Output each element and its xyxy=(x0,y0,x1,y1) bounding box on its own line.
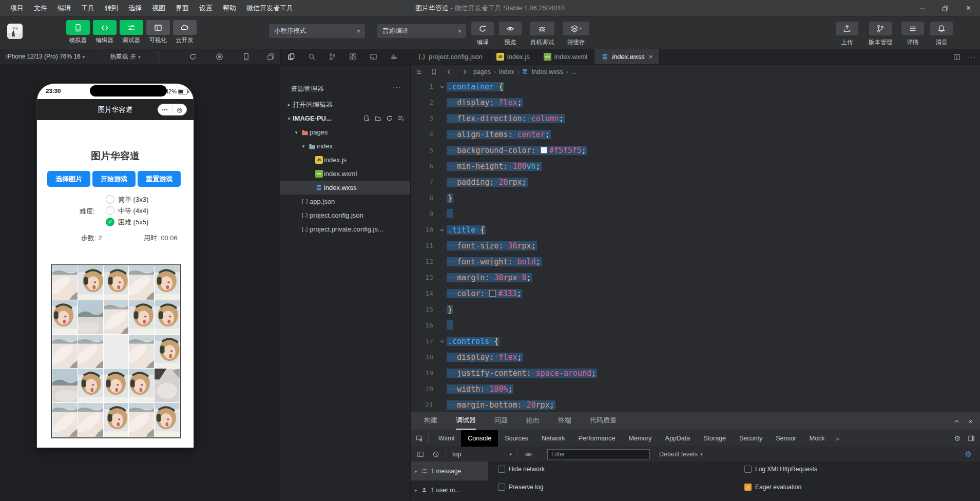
devtools-tab-Performance[interactable]: Performance xyxy=(572,430,622,447)
show-sidebar-icon[interactable] xyxy=(413,451,428,458)
tab-overflow-icon[interactable]: » xyxy=(832,435,843,442)
devtools-tab-Sources[interactable]: Sources xyxy=(498,430,535,447)
option-Eager evaluation[interactable]: ✓Eager evaluation xyxy=(744,484,801,491)
puzzle-tile[interactable] xyxy=(104,300,129,334)
puzzle-tile[interactable] xyxy=(104,369,129,402)
puzzle-tile[interactable] xyxy=(78,300,103,334)
bookmark-icon[interactable] xyxy=(426,68,441,75)
breadcrumb-item[interactable]: index.wxss xyxy=(531,68,564,75)
device-select[interactable]: iPhone 12/13 (Pro) 76% 16▾ xyxy=(6,49,85,64)
真机调试-button[interactable] xyxy=(530,22,554,35)
console-filter-1 user m...[interactable]: ▸1 user m... xyxy=(411,480,488,499)
device-view-icon[interactable] xyxy=(238,49,254,64)
sim-button-重置游戏[interactable]: 重置游戏 xyxy=(138,171,181,187)
source-control-icon[interactable] xyxy=(322,49,342,64)
puzzle-tile[interactable] xyxy=(155,300,180,334)
color-swatch[interactable] xyxy=(489,290,496,297)
puzzle-tile[interactable] xyxy=(78,369,103,402)
puzzle-tile[interactable] xyxy=(52,300,78,334)
tree-item-index.wxss[interactable]: index.wxss xyxy=(280,181,410,195)
inspect-element-icon[interactable] xyxy=(411,435,428,442)
tab-index.wxss[interactable]: index.wxss× xyxy=(594,49,660,64)
close-capsule-icon[interactable]: ◎ xyxy=(172,106,186,113)
tree-item-index[interactable]: ▾index xyxy=(280,139,410,153)
预览-button[interactable] xyxy=(499,22,522,35)
devtools-tab-Storage[interactable]: Storage xyxy=(697,430,733,447)
detach-window-icon[interactable] xyxy=(263,49,278,64)
avatar[interactable] xyxy=(7,24,23,39)
tab-index.wxml[interactable]: <>index.wxml xyxy=(537,49,594,64)
puzzle-tile[interactable] xyxy=(78,266,103,300)
puzzle-tile[interactable] xyxy=(155,266,180,300)
menu-视图[interactable]: 视图 xyxy=(147,0,170,16)
refresh-explorer-icon[interactable] xyxy=(386,115,393,122)
devtools-tab-Sensor[interactable]: Sensor xyxy=(769,430,803,447)
tree-item-app.json[interactable]: {..}app.json xyxy=(280,195,410,208)
panel-collapse-icon[interactable] xyxy=(953,418,960,425)
编译-button[interactable] xyxy=(471,22,494,35)
mode-button-云开发[interactable]: 云开发 xyxy=(172,20,197,44)
console-settings-icon[interactable]: ⚙ xyxy=(965,450,972,459)
live-expression-icon[interactable] xyxy=(521,451,536,458)
forward-icon[interactable] xyxy=(457,68,472,75)
devtools-tab-Memory[interactable]: Memory xyxy=(622,430,658,447)
menu-帮助[interactable]: 帮助 xyxy=(218,0,241,16)
close-button[interactable]: × xyxy=(957,0,980,16)
tab-index.js[interactable]: JSindex.js xyxy=(490,49,537,64)
puzzle-tile[interactable] xyxy=(129,266,154,300)
puzzle-tile[interactable] xyxy=(104,266,129,300)
breadcrumb-item[interactable]: index xyxy=(498,68,515,75)
app-mode-select[interactable]: 小程序模式▾ xyxy=(269,24,365,38)
checkbox-unchecked[interactable] xyxy=(498,484,505,491)
restart-simulator-icon[interactable] xyxy=(185,49,200,64)
devtools-tab-Security[interactable]: Security xyxy=(733,430,769,447)
checkbox-unchecked[interactable] xyxy=(744,466,752,473)
tree-expanded-icon[interactable]: ▾ xyxy=(293,130,300,135)
版本管理-button[interactable] xyxy=(869,22,892,35)
menu-转到[interactable]: 转到 xyxy=(100,0,123,16)
new-folder-icon[interactable] xyxy=(375,115,381,122)
tree-collapsed-icon[interactable]: ▸ xyxy=(415,488,417,493)
menu-工具[interactable]: 工具 xyxy=(76,0,100,16)
详情-button[interactable] xyxy=(901,22,924,35)
puzzle-tile[interactable] xyxy=(155,369,180,402)
dock-side-icon[interactable] xyxy=(968,435,975,442)
extensions-icon[interactable] xyxy=(342,49,363,64)
tree-item-project.config.json[interactable]: {..}project.config.json xyxy=(280,208,410,222)
tree-item-打开的编辑器[interactable]: ▸打开的编辑器 xyxy=(280,98,410,111)
compile-mode-select[interactable]: 普通编译▾ xyxy=(377,24,466,38)
mode-button-调试器[interactable]: 调试器 xyxy=(119,20,143,44)
option-Log XMLHttpRequests[interactable]: Log XMLHttpRequests xyxy=(744,466,817,473)
container-icon[interactable] xyxy=(383,49,404,64)
puzzle-tile[interactable] xyxy=(104,403,129,437)
devtools-tab-Console[interactable]: Console xyxy=(461,430,498,447)
tree-item-IMAGE-PU...[interactable]: ▾IMAGE-PU... xyxy=(280,111,410,125)
radio-checked-icon[interactable]: ✓ xyxy=(106,218,114,226)
radio-unchecked-icon[interactable] xyxy=(106,195,114,204)
explorer-icon[interactable] xyxy=(281,49,301,64)
menu-界面[interactable]: 界面 xyxy=(170,0,194,16)
search-icon[interactable] xyxy=(301,49,322,64)
puzzle-tile[interactable] xyxy=(129,403,154,437)
消息-button[interactable] xyxy=(930,22,953,35)
maximize-button[interactable] xyxy=(934,0,957,16)
tab-project.config.json[interactable]: {..}project.config.json xyxy=(411,49,490,64)
mode-button-编辑器[interactable]: 编辑器 xyxy=(92,20,117,44)
radio-unchecked-icon[interactable] xyxy=(106,206,114,215)
stop-simulator-icon[interactable] xyxy=(212,49,227,64)
tree-item-pages[interactable]: ▾pages xyxy=(280,125,410,139)
color-swatch[interactable] xyxy=(541,147,547,153)
difficulty-option-简单 (3x3)[interactable]: 简单 (3x3) xyxy=(106,195,148,204)
menu-设置[interactable]: 设置 xyxy=(194,0,218,16)
puzzle-tile[interactable] xyxy=(129,300,154,334)
close-tab-icon[interactable]: × xyxy=(649,53,653,61)
back-icon[interactable] xyxy=(441,68,457,75)
context-select[interactable]: top ▾ xyxy=(452,451,512,458)
checkbox-unchecked[interactable] xyxy=(498,466,505,473)
console-filter-input[interactable] xyxy=(547,449,650,459)
more-actions-icon[interactable]: ··· xyxy=(968,53,976,61)
puzzle-tile[interactable] xyxy=(78,335,103,369)
minimize-button[interactable]: ─ xyxy=(911,0,934,16)
puzzle-tile[interactable] xyxy=(155,335,180,369)
上传-button[interactable] xyxy=(836,22,858,35)
